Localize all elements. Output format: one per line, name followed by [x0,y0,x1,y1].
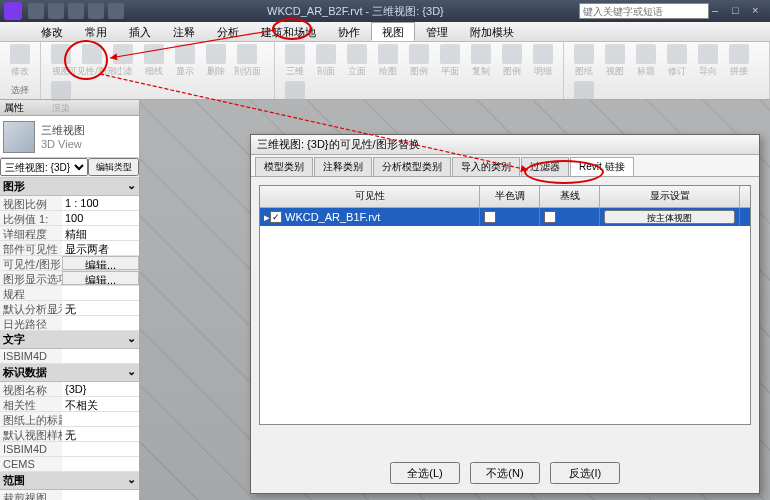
prop-row[interactable]: 日光路径 [0,316,139,331]
ribbon-btn-细线[interactable]: 细线 [140,44,168,78]
prop-row[interactable]: 部件可见性显示两者 [0,241,139,256]
ribbon-btn-删除[interactable]: 删除 [202,44,230,78]
prop-category[interactable]: 范围⌄ [0,472,139,490]
dialog-tab-模型类别[interactable]: 模型类别 [255,157,313,176]
grid-col-半色调[interactable]: 半色调 [480,186,540,207]
ribbon-btn-绘图[interactable]: 绘图 [374,44,402,78]
prop-row[interactable]: 图纸上的标题 [0,412,139,427]
property-grid[interactable]: 图形⌄视图比例1 : 100比例值 1:100详细程度精细部件可见性显示两者可见… [0,178,139,500]
prop-row[interactable]: 图形显示选项编辑... [0,271,139,286]
ribbon-btn-显示[interactable]: 显示 [171,44,199,78]
menu-tab-分析[interactable]: 分析 [206,22,250,41]
type-selector[interactable]: 三维视图: {3D} [0,158,88,176]
maximize-icon[interactable]: □ [732,4,746,18]
ribbon-btn-渲染[interactable]: 渲染 [47,81,75,115]
ribbon-btn-图纸[interactable]: 图纸 [570,44,598,78]
prop-category[interactable]: 标识数据⌄ [0,364,139,382]
prop-value[interactable] [62,286,139,300]
ribbon-btn-剖切面[interactable]: 剖切面 [233,44,261,78]
dialog-tab-注释类别[interactable]: 注释类别 [314,157,372,176]
menu-tab-注释[interactable]: 注释 [162,22,206,41]
prop-row[interactable]: ISBIM4D [0,349,139,364]
menu-tab-附加模块[interactable]: 附加模块 [459,22,525,41]
menu-tab-插入[interactable]: 插入 [118,22,162,41]
help-search-input[interactable] [579,3,709,19]
qat-print-icon[interactable] [108,3,124,19]
type-preview[interactable]: 三维视图 3D View [0,116,139,158]
ribbon-btn-三维[interactable]: 三维 [281,44,309,78]
ribbon-btn-视图[interactable]: 视图 [601,44,629,78]
close-icon[interactable]: × [752,4,766,18]
menu-tab-视图[interactable]: 视图 [371,22,415,41]
prop-value[interactable]: 无 [62,301,139,315]
prop-value[interactable] [62,412,139,426]
minimize-icon[interactable]: – [712,4,726,18]
prop-row[interactable]: ISBIM4D [0,442,139,457]
ribbon-btn-明细[interactable]: 明细 [529,44,557,78]
prop-value[interactable] [62,442,139,456]
ribbon-btn-图例[interactable]: 图例 [498,44,526,78]
prop-row[interactable]: 比例值 1:100 [0,211,139,226]
grid-col-显示设置[interactable]: 显示设置 [600,186,740,207]
prop-value[interactable]: 编辑... [62,271,139,285]
prop-value[interactable]: 显示两者 [62,241,139,255]
qat-save-icon[interactable] [48,3,64,19]
prop-value[interactable]: 编辑... [62,256,139,270]
menu-tab-协作[interactable]: 协作 [327,22,371,41]
select-none-button[interactable]: 不选(N) [470,462,540,484]
ribbon-btn-修订[interactable]: 修订 [663,44,691,78]
prop-value[interactable] [62,490,139,500]
prop-category[interactable]: 图形⌄ [0,178,139,196]
ribbon-btn-立面[interactable]: 立面 [343,44,371,78]
ribbon-btn-可见性/图形[interactable]: 可见性/图形 [78,44,106,78]
halftone-checkbox[interactable] [484,211,496,223]
prop-row[interactable]: 规程 [0,286,139,301]
dialog-tab-过滤器[interactable]: 过滤器 [521,157,569,176]
underlay-checkbox[interactable] [544,211,556,223]
menu-tab-管理[interactable]: 管理 [415,22,459,41]
ribbon-btn-剖面[interactable]: 剖面 [312,44,340,78]
ribbon-btn-修改[interactable]: 修改 [6,44,34,78]
ribbon-btn-图例[interactable]: 图例 [405,44,433,78]
display-settings-button[interactable]: 按主体视图 [604,210,735,224]
qat-undo-icon[interactable] [68,3,84,19]
prop-row[interactable]: 可见性/图形编辑... [0,256,139,271]
prop-row[interactable]: 详细程度精细 [0,226,139,241]
dialog-tab-分析模型类别[interactable]: 分析模型类别 [373,157,451,176]
app-logo-icon[interactable] [4,2,22,20]
prop-value[interactable]: 精细 [62,226,139,240]
prop-value[interactable]: {3D} [62,382,139,396]
prop-row[interactable]: 视图比例1 : 100 [0,196,139,211]
prop-value[interactable]: 不相关 [62,397,139,411]
grid-col-可见性[interactable]: 可见性 [260,186,480,207]
prop-row[interactable]: CEMS [0,457,139,472]
prop-row[interactable]: 默认视图样板无 [0,427,139,442]
prop-category[interactable]: 文字⌄ [0,331,139,349]
visibility-checkbox[interactable]: ✓ [270,211,282,223]
prop-row[interactable]: 裁剪视图 [0,490,139,500]
qat-redo-icon[interactable] [88,3,104,19]
ribbon-btn-导向[interactable]: 导向 [694,44,722,78]
ribbon-btn-拼接[interactable]: 拼接 [725,44,753,78]
prop-value[interactable]: 100 [62,211,139,225]
prop-value[interactable] [62,349,139,363]
prop-value[interactable]: 1 : 100 [62,196,139,210]
prop-value[interactable]: 无 [62,427,139,441]
ribbon-btn-复制[interactable]: 复制 [467,44,495,78]
edit-type-button[interactable]: 编辑类型 [88,158,139,176]
prop-row[interactable]: 相关性不相关 [0,397,139,412]
qat-open-icon[interactable] [28,3,44,19]
grid-col-基线[interactable]: 基线 [540,186,600,207]
dialog-tab-导入的类别[interactable]: 导入的类别 [452,157,520,176]
dialog-tab-Revit 链接[interactable]: Revit 链接 [570,157,634,176]
ribbon-btn-过滤[interactable]: 过滤 [109,44,137,78]
ribbon-btn-标题[interactable]: 标题 [632,44,660,78]
menu-tab-常用[interactable]: 常用 [74,22,118,41]
links-grid[interactable]: 可见性半色调基线显示设置 ▸ ✓WKCD_AR_B1F.rvt按主体视图 [259,185,751,425]
prop-value[interactable] [62,316,139,330]
menu-tab-修改[interactable]: 修改 [30,22,74,41]
link-row[interactable]: ▸ ✓WKCD_AR_B1F.rvt按主体视图 [260,208,750,226]
ribbon-btn-平面[interactable]: 平面 [436,44,464,78]
select-all-button[interactable]: 全选(L) [390,462,460,484]
prop-row[interactable]: 默认分析显示无 [0,301,139,316]
